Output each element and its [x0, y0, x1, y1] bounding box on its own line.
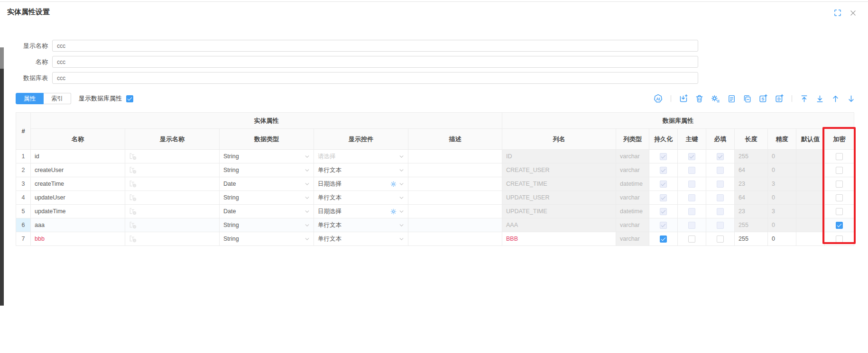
- encrypt-checkbox[interactable]: [836, 181, 843, 188]
- encrypt-checkbox[interactable]: [836, 167, 843, 174]
- display-name-cell[interactable]: [125, 177, 220, 191]
- document-icon[interactable]: [727, 94, 736, 103]
- encrypt-checkbox[interactable]: [836, 194, 843, 201]
- insert-row-icon[interactable]: [679, 94, 688, 103]
- tab-attributes[interactable]: 属性: [16, 93, 44, 104]
- required-checkbox[interactable]: [706, 232, 735, 246]
- control-select[interactable]: 单行文本: [314, 232, 408, 246]
- description-cell[interactable]: [408, 205, 502, 218]
- tab-index[interactable]: 索引: [44, 93, 71, 104]
- move-top-icon[interactable]: [800, 94, 809, 103]
- control-select[interactable]: 单行文本: [314, 163, 408, 177]
- primary-key-checkbox[interactable]: [688, 235, 695, 243]
- chevron-down-icon: [305, 154, 310, 159]
- add-s-icon[interactable]: S: [758, 94, 768, 103]
- description-cell[interactable]: [408, 232, 502, 246]
- move-up-icon[interactable]: [831, 94, 840, 103]
- move-down-icon[interactable]: [847, 94, 856, 103]
- name-cell[interactable]: createUser: [31, 163, 125, 177]
- description-cell[interactable]: [408, 150, 502, 163]
- ai-icon[interactable]: AI: [653, 94, 663, 104]
- description-cell[interactable]: [408, 163, 502, 177]
- description-cell[interactable]: [408, 191, 502, 205]
- control-select[interactable]: 单行文本: [314, 191, 408, 205]
- persist-checkbox: [660, 181, 667, 188]
- primary-key-checkbox: [678, 218, 706, 232]
- display-name-cell[interactable]: [125, 218, 220, 232]
- precision-cell[interactable]: 0: [768, 232, 796, 246]
- display-name-cell[interactable]: [125, 205, 220, 218]
- column-type-cell: datetime: [616, 177, 649, 191]
- length-cell: 64: [735, 191, 768, 205]
- encrypt-checkbox[interactable]: [825, 163, 854, 177]
- display-name-cell[interactable]: [125, 163, 220, 177]
- default-value-cell[interactable]: [796, 232, 825, 246]
- col-header-required: 必填: [706, 129, 735, 150]
- description-cell[interactable]: [408, 218, 502, 232]
- gear-icon[interactable]: [390, 208, 397, 215]
- data-type-select[interactable]: String: [220, 232, 314, 246]
- data-type-select[interactable]: String: [220, 218, 314, 232]
- persist-checkbox: [649, 205, 678, 218]
- encrypt-checkbox[interactable]: [825, 150, 854, 163]
- add-d-icon[interactable]: D: [775, 94, 784, 103]
- name-field[interactable]: [52, 56, 698, 68]
- name-cell[interactable]: createTime: [31, 177, 125, 191]
- encrypt-checkbox[interactable]: [836, 235, 843, 243]
- persist-checkbox: [649, 177, 678, 191]
- data-type-select[interactable]: String: [220, 191, 314, 205]
- col-header-column-name: 列名: [502, 129, 616, 150]
- chevron-down-icon: [305, 236, 310, 242]
- delete-icon[interactable]: [695, 94, 704, 103]
- encrypt-checkbox[interactable]: [825, 177, 854, 191]
- name-cell[interactable]: updateTime: [31, 205, 125, 218]
- name-cell[interactable]: id: [31, 150, 125, 163]
- encrypt-checkbox[interactable]: [836, 208, 843, 215]
- show-db-props-checkbox[interactable]: [126, 95, 133, 102]
- gear-icon[interactable]: [390, 181, 397, 187]
- copy-icon[interactable]: [743, 94, 752, 103]
- display-name-cell[interactable]: [125, 191, 220, 205]
- close-icon[interactable]: [850, 9, 857, 17]
- required-checkbox: [706, 163, 735, 177]
- name-cell[interactable]: aaa: [31, 218, 125, 232]
- chevron-down-icon: [305, 195, 310, 200]
- column-name-cell[interactable]: BBB: [502, 232, 616, 246]
- data-type-select[interactable]: String: [220, 163, 314, 177]
- control-select[interactable]: 日期选择: [314, 205, 408, 218]
- row-number-cell: 6: [16, 218, 31, 232]
- primary-key-checkbox[interactable]: [678, 232, 706, 246]
- persist-checkbox: [649, 218, 678, 232]
- form-row: 名称: [0, 56, 698, 68]
- entity-settings-modal: 实体属性设置 显示名称 名称 数据库表: [0, 0, 868, 353]
- name-cell[interactable]: bbb: [31, 232, 125, 246]
- required-checkbox[interactable]: [717, 235, 724, 243]
- control-select[interactable]: 请选择: [314, 150, 408, 163]
- data-type-select[interactable]: String: [220, 150, 314, 163]
- persist-checkbox[interactable]: [649, 232, 678, 246]
- encrypt-checkbox[interactable]: [825, 205, 854, 218]
- encrypt-checkbox[interactable]: [825, 218, 854, 232]
- control-select[interactable]: 单行文本: [314, 218, 408, 232]
- description-cell[interactable]: [408, 177, 502, 191]
- encrypt-checkbox[interactable]: [825, 191, 854, 205]
- fullscreen-icon[interactable]: [834, 9, 841, 17]
- settings-list-icon[interactable]: [711, 94, 720, 104]
- name-cell[interactable]: updateUser: [31, 191, 125, 205]
- encrypt-checkbox[interactable]: [836, 222, 843, 229]
- encrypt-checkbox[interactable]: [836, 153, 843, 160]
- display-name-cell[interactable]: [125, 232, 220, 246]
- show-db-props-label: 显示数据库属性: [79, 94, 122, 103]
- persist-checkbox[interactable]: [660, 235, 667, 243]
- data-type-select[interactable]: Date: [220, 205, 314, 218]
- display-name-cell[interactable]: [125, 150, 220, 163]
- tabbar: 属性 索引 显示数据库属性 AISD: [16, 93, 856, 104]
- encrypt-checkbox[interactable]: [825, 232, 854, 246]
- move-bottom-icon[interactable]: [815, 94, 824, 103]
- db-table-field[interactable]: [52, 72, 698, 84]
- data-type-select[interactable]: Date: [220, 177, 314, 191]
- length-cell[interactable]: 255: [735, 232, 768, 246]
- display-name-field[interactable]: [52, 40, 698, 52]
- control-select[interactable]: 日期选择: [314, 177, 408, 191]
- primary-key-checkbox: [688, 194, 695, 201]
